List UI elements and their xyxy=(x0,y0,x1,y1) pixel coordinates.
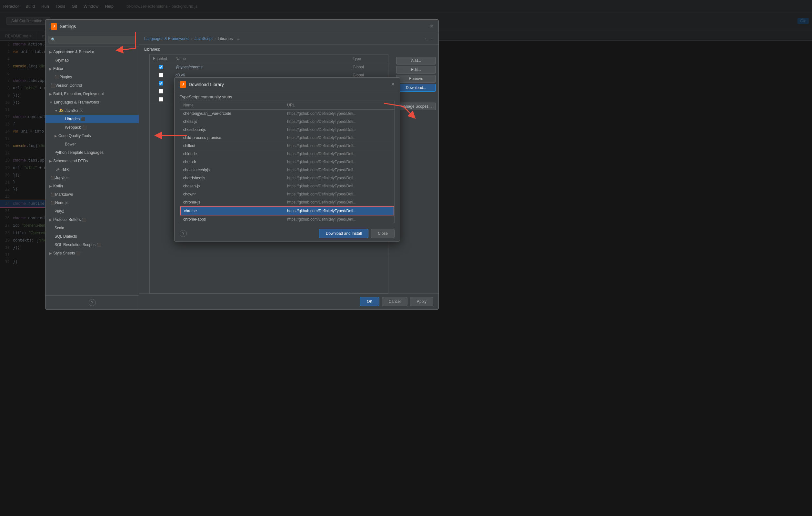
settings-title-bar: J Settings × xyxy=(46,20,438,33)
table-action-buttons: Add... Edit... Remove Download... Manage… xyxy=(394,54,438,294)
ok-button[interactable]: OK xyxy=(360,297,379,306)
tree-item-stylesheets[interactable]: ▶ Style Sheets ⬛ xyxy=(46,249,139,257)
download-table-header: Name URL xyxy=(180,101,394,110)
dl-row-6[interactable]: chmodr https://github.com/DefinitelyType… xyxy=(180,158,394,166)
dl-row-1[interactable]: chess.js https://github.com/DefinitelyTy… xyxy=(180,118,394,126)
arrow-icon: ▶ xyxy=(49,92,52,96)
download-table: Name URL chentengyuan__vue-qrcode https:… xyxy=(180,101,395,223)
lib-enabled-0[interactable] xyxy=(150,63,172,71)
tree-item-sql-dialects[interactable]: SQL Dialects xyxy=(46,232,139,241)
jupyter-icon: ⬛ xyxy=(51,176,55,180)
download-title-bar: J Download Library × xyxy=(175,78,400,91)
manage-scopes-button[interactable]: Manage Scopes... xyxy=(396,102,436,110)
download-close-button[interactable]: × xyxy=(391,81,395,88)
edit-library-button[interactable]: Edit... xyxy=(396,66,436,73)
webpack-icon: ⬛ xyxy=(82,125,87,130)
version-control-icon: ⬛ xyxy=(51,83,56,88)
settings-search-box xyxy=(46,33,139,47)
tree-item-nodejs[interactable]: ⬛ Node.js xyxy=(46,199,139,207)
tree-item-markdown[interactable]: ⬛ Markdown xyxy=(46,190,139,199)
th-enabled: Enabled xyxy=(150,55,172,63)
tree-item-flask[interactable]: 🌶 Flask xyxy=(46,165,139,174)
download-close-btn[interactable]: Close xyxy=(371,229,395,238)
arrow-icon: ▶ xyxy=(55,134,57,138)
tree-label-editor: Editor xyxy=(53,66,63,71)
dl-row-4[interactable]: chillout https://github.com/DefinitelyTy… xyxy=(180,142,394,150)
settings-left-panel: ▶ Appearance & Behavior Keymap ▶ Editor … xyxy=(46,33,139,309)
tree-item-kotlin[interactable]: ▶ Kotlin xyxy=(46,182,139,190)
plugin-icon: ⬛ xyxy=(55,75,59,79)
apply-button[interactable]: Apply xyxy=(410,297,433,306)
arrow-icon: ▶ xyxy=(49,251,52,255)
stylesheets-icon: ⬛ xyxy=(76,251,81,255)
tree-item-protobuf[interactable]: ▶ Protocol Buffers ⬛ xyxy=(46,215,139,224)
tree-label-nodejs: Node.js xyxy=(55,201,68,205)
download-library-button[interactable]: Download... xyxy=(396,84,436,92)
dl-row-chrome[interactable]: chrome https://github.com/DefinitelyType… xyxy=(180,206,394,215)
download-help-button[interactable]: ? xyxy=(180,230,187,237)
tree-item-appearance[interactable]: ▶ Appearance & Behavior xyxy=(46,48,139,56)
tree-item-javascript[interactable]: ▼ JS JavaScript xyxy=(46,107,139,115)
tree-label-python-template: Python Template Languages xyxy=(55,150,104,155)
dl-row-8[interactable]: chordsheetjs https://github.com/Definite… xyxy=(180,174,394,182)
dl-row-5[interactable]: chloride https://github.com/DefinitelyTy… xyxy=(180,150,394,158)
tree-item-bower[interactable]: Bower xyxy=(46,140,139,148)
breadcrumb: Languages & Frameworks › JavaScript › Li… xyxy=(139,33,438,44)
tree-item-build[interactable]: ▶ Build, Execution, Deployment xyxy=(46,90,139,98)
download-install-button[interactable]: Download and Install xyxy=(319,229,369,238)
arrow-icon: ▶ xyxy=(49,218,52,221)
tree-label-protobuf: Protocol Buffers xyxy=(53,217,81,222)
arrow-icon: ▶ xyxy=(49,159,52,163)
tree-item-languages[interactable]: ▼ Languages & Frameworks xyxy=(46,98,139,107)
breadcrumb-options-icon[interactable]: ≡ xyxy=(237,36,239,41)
dl-row-7[interactable]: chocolatechipjs https://github.com/Defin… xyxy=(180,166,394,174)
tree-item-jupyter[interactable]: ⬛ Jupyter xyxy=(46,174,139,182)
dl-row-10[interactable]: chownr https://github.com/DefinitelyType… xyxy=(180,190,394,198)
dl-row-13[interactable]: chrome-apps https://github.com/Definitel… xyxy=(180,215,394,223)
dl-row-0[interactable]: chentengyuan__vue-qrcode https://github.… xyxy=(180,110,394,118)
sql-resolution-icon: ⬛ xyxy=(97,243,101,247)
nav-back-icon[interactable]: ← → xyxy=(425,36,433,41)
settings-search-input[interactable] xyxy=(48,36,136,43)
tree-label-appearance: Appearance & Behavior xyxy=(53,50,94,54)
tree-item-sql-resolution[interactable]: SQL Resolution Scopes ⬛ xyxy=(46,241,139,249)
breadcrumb-javascript[interactable]: JavaScript xyxy=(195,36,212,41)
tree-item-webpack[interactable]: Webpack ⬛ xyxy=(46,123,139,131)
dl-row-2[interactable]: chessboardjs https://github.com/Definite… xyxy=(180,126,394,134)
tree-item-version-control[interactable]: ⬛ Version Control xyxy=(46,81,139,90)
tree-item-schemas[interactable]: ▶ Schemas and DTDs xyxy=(46,157,139,165)
download-subtitle: TypeScript community stubs xyxy=(175,91,400,101)
tree-item-plugins[interactable]: ⬛ Plugins xyxy=(46,73,139,81)
lib-name-0: @types/chrome xyxy=(172,63,349,71)
tree-item-libraries[interactable]: Libraries ⬛ xyxy=(46,115,139,123)
tree-item-code-quality[interactable]: ▶ Code Quality Tools xyxy=(46,131,139,140)
tree-label-version-control: Version Control xyxy=(56,83,82,88)
remove-library-button[interactable]: Remove xyxy=(396,75,436,83)
dl-row-9[interactable]: chosen-js https://github.com/DefinitelyT… xyxy=(180,182,394,190)
lib-enabled-3[interactable] xyxy=(150,87,172,95)
settings-close-button[interactable]: × xyxy=(430,23,433,30)
tree-label-keymap: Keymap xyxy=(55,58,69,63)
dl-row-3[interactable]: child-process-promise https://github.com… xyxy=(180,134,394,142)
tree-label-jupyter: Jupyter xyxy=(55,176,68,180)
tree-item-play2[interactable]: Play2 xyxy=(46,207,139,215)
dl-th-url: URL xyxy=(287,103,391,108)
tree-item-scala[interactable]: Scala xyxy=(46,224,139,232)
tree-item-editor[interactable]: ▶ Editor xyxy=(46,64,139,73)
tree-item-keymap[interactable]: Keymap xyxy=(46,56,139,64)
tree-label-kotlin: Kotlin xyxy=(53,184,63,188)
breadcrumb-languages[interactable]: Languages & Frameworks xyxy=(144,36,190,41)
table-row[interactable]: @types/chrome Global xyxy=(150,63,388,71)
add-library-button[interactable]: Add... xyxy=(396,57,436,64)
dl-row-11[interactable]: chroma-js https://github.com/DefinitelyT… xyxy=(180,198,394,206)
tree-label-build: Build, Execution, Deployment xyxy=(53,92,104,96)
flask-icon: 🌶 xyxy=(56,168,59,171)
settings-help-button[interactable]: ? xyxy=(89,299,96,306)
lib-enabled-4[interactable] xyxy=(150,95,172,103)
lib-enabled-2[interactable] xyxy=(150,79,172,87)
tree-label-code-quality: Code Quality Tools xyxy=(58,133,91,138)
settings-tree: ▶ Appearance & Behavior Keymap ▶ Editor … xyxy=(46,47,139,295)
tree-item-python-template[interactable]: Python Template Languages xyxy=(46,148,139,157)
cancel-button[interactable]: Cancel xyxy=(382,297,407,306)
lib-enabled-1[interactable] xyxy=(150,71,172,79)
